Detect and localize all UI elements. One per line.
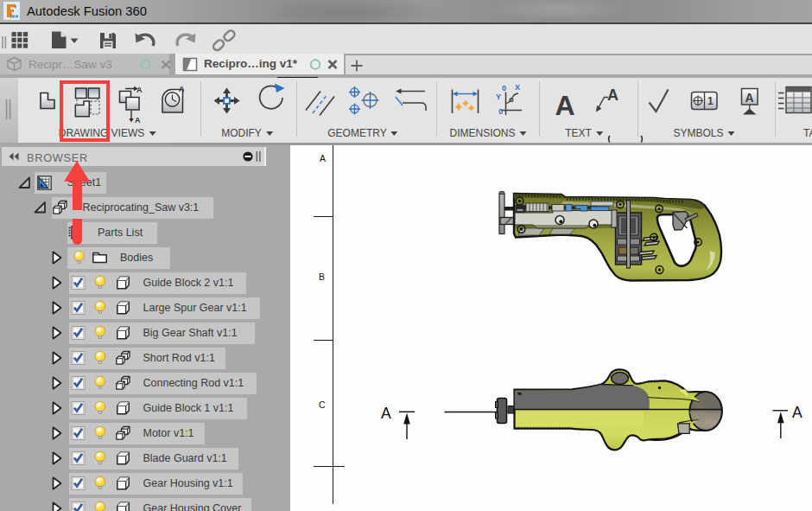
svg-text:Y: Y [496,93,501,101]
svg-text:0: 0 [502,84,506,93]
svg-text:A: A [607,86,619,104]
svg-text:0: 0 [498,107,503,116]
svg-text:X: X [515,83,520,92]
svg-text:A: A [745,91,754,105]
svg-text:A: A [179,85,185,93]
svg-text:A: A [135,116,141,125]
svg-text:A: A [555,90,575,121]
svg-text:1: 1 [707,95,714,107]
svg-text:A: A [136,86,143,94]
